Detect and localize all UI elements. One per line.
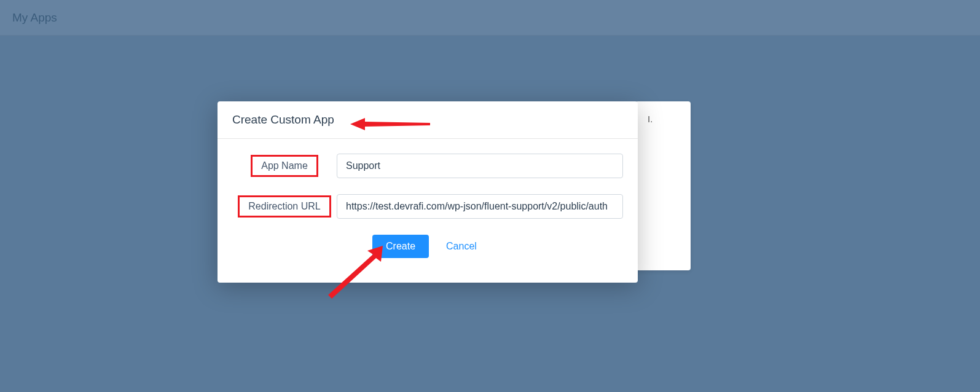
- redirection-url-label: Redirection URL: [238, 195, 331, 218]
- redirection-url-label-wrap: Redirection URL: [232, 195, 337, 218]
- create-button[interactable]: Create: [372, 235, 429, 258]
- cancel-button[interactable]: Cancel: [446, 241, 477, 252]
- app-name-label-wrap: App Name: [232, 155, 337, 177]
- modal-body: App Name Redirection URL Create Cancel: [218, 139, 638, 283]
- redirection-url-row: Redirection URL: [232, 194, 623, 219]
- modal-header: Create Custom App: [218, 101, 638, 139]
- modal-title: Create Custom App: [232, 113, 623, 127]
- redirection-url-input[interactable]: [337, 194, 623, 219]
- modal-buttons: Create Cancel: [372, 235, 623, 258]
- background-text-fragment: I.: [648, 114, 653, 124]
- app-name-label: App Name: [251, 155, 318, 177]
- background-panel: I.: [635, 101, 691, 270]
- app-name-row: App Name: [232, 154, 623, 178]
- app-name-input[interactable]: [337, 154, 623, 178]
- create-app-modal: Create Custom App App Name Redirection U…: [218, 101, 638, 283]
